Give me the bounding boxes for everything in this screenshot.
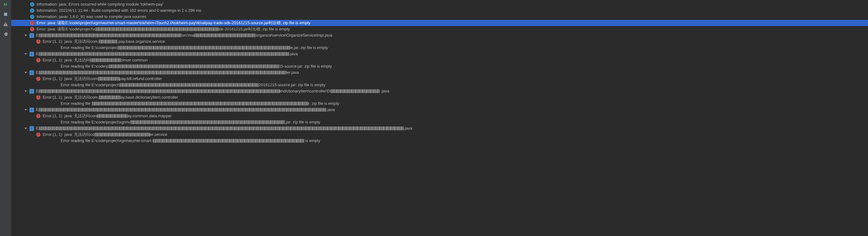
chevron-down-icon[interactable] bbox=[24, 52, 28, 56]
obscured-text bbox=[39, 52, 289, 56]
compile-error[interactable]: Error:(1, 1) java: 无法访问com. ay.base.dict… bbox=[11, 94, 868, 101]
error-icon bbox=[36, 113, 41, 119]
detail-text-part: Error reading file E:\code\project\xgm\w… bbox=[61, 138, 153, 144]
file-label-part: \src\ma bbox=[181, 32, 194, 38]
obscured-text bbox=[94, 133, 150, 136]
compile-error[interactable]: Error:(1, 1) java: 无法访问 nmon.common bbox=[11, 57, 868, 63]
message-text: Error: java: 读取E:\code\project\xgm\wumei… bbox=[36, 20, 310, 26]
chevron-down-icon[interactable] bbox=[24, 108, 28, 112]
compile-error[interactable]: Error:(1, 1) java: 无法访问co er.service bbox=[11, 131, 868, 138]
detail-text-part: is empty bbox=[304, 138, 320, 144]
error-text-part: ay.base.dictionaryItem.controller bbox=[120, 94, 178, 101]
file-label-part: E bbox=[36, 107, 39, 113]
detail-text-part: Error reading file E:\code\project\xgm\v bbox=[61, 119, 130, 125]
error-detail[interactable]: Error reading file E:\code\project\xgm\v… bbox=[11, 119, 868, 125]
error-icon bbox=[36, 132, 41, 137]
obscured-text bbox=[99, 96, 120, 99]
svg-rect-2 bbox=[5, 25, 6, 26]
java-file-icon bbox=[29, 89, 34, 94]
stop-icon[interactable] bbox=[2, 11, 9, 17]
message-text-part: Error: java: 读取E:\code\project\x bbox=[36, 26, 95, 32]
settings-icon[interactable] bbox=[2, 31, 9, 37]
error-icon bbox=[30, 21, 35, 25]
file-label-part: ler.java bbox=[286, 70, 299, 76]
java-file-icon bbox=[29, 33, 34, 38]
error-icon bbox=[36, 39, 41, 44]
file-label-part: E bbox=[36, 88, 39, 94]
obscured-text bbox=[98, 77, 119, 81]
chevron-down-icon[interactable] bbox=[24, 33, 28, 37]
file-node[interactable]: E .java bbox=[11, 125, 868, 131]
info-icon bbox=[30, 14, 35, 19]
message-info[interactable]: Information: 2022/4/11 11:44 - Build com… bbox=[11, 7, 868, 14]
java-file-icon bbox=[29, 70, 34, 75]
error-detail[interactable]: Error reading file E:\code\project\xgm\w… bbox=[11, 138, 868, 144]
message-text: Information: 2022/4/11 11:44 - Build com… bbox=[36, 7, 202, 14]
detail-text-part: Error reading file E:\code\p bbox=[61, 63, 108, 70]
obscured-text bbox=[39, 89, 280, 93]
detail-text-part: 20161215-source.jar: zip file is empty bbox=[259, 82, 325, 88]
java-file-icon bbox=[29, 107, 34, 112]
file-node[interactable]: E .java bbox=[11, 107, 868, 113]
file-label-part: organize\service\OrganizeServiceImpl.jav… bbox=[256, 32, 332, 38]
message-error[interactable]: Error: java: 读取E:\code\project\xgm\wumei… bbox=[11, 20, 868, 26]
chevron-down-icon[interactable] bbox=[24, 71, 28, 75]
message-info[interactable]: Information: java: Errors occurred while… bbox=[11, 1, 868, 7]
obscured-text bbox=[97, 114, 127, 118]
error-icon bbox=[36, 76, 41, 81]
problems-view-icon[interactable] bbox=[2, 21, 9, 27]
message-text: Information: javac 1.8.0_91 was used to … bbox=[36, 14, 146, 20]
file-node[interactable]: E ler.java bbox=[11, 70, 868, 76]
error-detail[interactable]: Error reading file E:\code\projec e.jar:… bbox=[11, 45, 868, 51]
error-text-part: Error:(1, 1) java: 无法访问com bbox=[43, 76, 98, 82]
chevron-down-icon[interactable] bbox=[24, 126, 28, 131]
error-text-part: Error:(1, 1) java: 无法访问con bbox=[43, 113, 97, 119]
detail-text-part: Error reading file bbox=[61, 101, 92, 107]
obscured-text bbox=[130, 120, 285, 124]
compile-error[interactable]: Error:(1, 1) java: 无法访问con ay.common.dat… bbox=[11, 113, 868, 119]
file-label-part: e\dictionaryItem\controller\D bbox=[280, 88, 330, 94]
obscured-text bbox=[330, 89, 380, 93]
message-error[interactable]: Error: java: 读取E:\code\project\x dk-2016… bbox=[11, 26, 868, 32]
file-label-part: E bbox=[36, 125, 39, 131]
obscured-text bbox=[39, 71, 286, 74]
file-label-part: E bbox=[36, 32, 39, 38]
java-file-icon bbox=[29, 126, 34, 131]
file-label-part: E bbox=[36, 70, 39, 76]
obscured-text bbox=[194, 33, 256, 37]
obscured-text bbox=[39, 127, 404, 130]
error-text-part: Error:(1, 1) java: 无法访问com. bbox=[43, 38, 99, 45]
error-detail[interactable]: Error reading file E:\code\project\ 2016… bbox=[11, 82, 868, 88]
obscured-text bbox=[39, 33, 181, 37]
file-node[interactable]: E e\dictionaryItem\controller\D .java bbox=[11, 88, 868, 94]
file-label-part: .java bbox=[380, 88, 389, 94]
rerun-icon[interactable] bbox=[2, 1, 9, 7]
tool-gutter bbox=[0, 0, 11, 236]
obscured-text bbox=[108, 64, 279, 68]
info-icon bbox=[30, 2, 35, 7]
error-text-part: .pay.base.organize.service bbox=[117, 38, 165, 45]
detail-text-part: r: zip file is empty bbox=[308, 101, 339, 107]
error-text-part: nmon.common bbox=[121, 57, 148, 63]
obscured-text bbox=[153, 139, 304, 143]
message-info[interactable]: Information: javac 1.8.0_91 was used to … bbox=[11, 14, 868, 20]
file-label-part: .java bbox=[404, 125, 412, 131]
error-detail[interactable]: Error reading file r: zip file is empty bbox=[11, 101, 868, 107]
file-node[interactable]: E .java bbox=[11, 51, 868, 57]
file-label-part: E bbox=[36, 51, 39, 57]
error-detail[interactable]: Error reading file E:\code\p 15-source.j… bbox=[11, 63, 868, 70]
detail-text-part: Error reading file E:\code\project\ bbox=[61, 82, 119, 88]
message-text-part: dk-20161215.jar时出错; zip file is empty bbox=[219, 26, 290, 32]
file-label-part: .java bbox=[289, 51, 298, 57]
obscured-text bbox=[92, 102, 308, 105]
messages-tree[interactable]: Information: java: Errors occurred while… bbox=[11, 0, 868, 236]
obscured-text bbox=[99, 40, 117, 44]
obscured-text bbox=[90, 58, 121, 62]
compile-error[interactable]: Error:(1, 1) java: 无法访问com pay.bill.refu… bbox=[11, 76, 868, 82]
compile-error[interactable]: Error:(1, 1) java: 无法访问com. .pay.base.or… bbox=[11, 38, 868, 45]
chevron-down-icon[interactable] bbox=[24, 89, 28, 93]
obscured-text bbox=[119, 83, 259, 87]
file-node[interactable]: E \src\ma organize\service\OrganizeServi… bbox=[11, 32, 868, 38]
detail-text-part: 15-source.jar: zip file is empty bbox=[279, 63, 332, 70]
file-label-part: .java bbox=[327, 107, 335, 113]
